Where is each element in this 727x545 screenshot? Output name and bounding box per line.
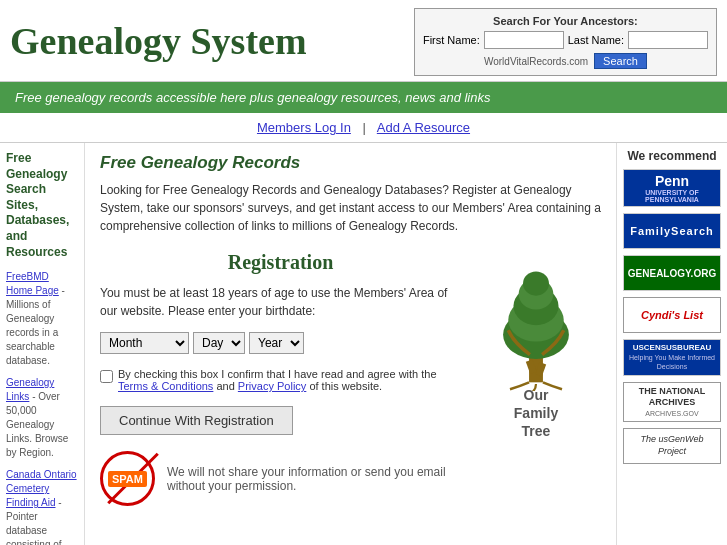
- terms-checkbox[interactable]: [100, 370, 113, 383]
- privacy-link[interactable]: Privacy Policy: [238, 380, 306, 392]
- rec-census-sub: Helping You Make Informed Decisions: [627, 353, 717, 371]
- green-banner-text: Free genealogy records accessible here p…: [15, 90, 491, 105]
- worldvital-link[interactable]: WorldVitalRecords.com: [484, 56, 588, 67]
- rec-cyndi[interactable]: Cyndi's List: [623, 297, 721, 333]
- site-title: Genealogy System: [10, 21, 307, 63]
- tree-image: [476, 261, 596, 391]
- year-select[interactable]: Year: [249, 332, 304, 354]
- freebmd-desc: - Millions of Genealogy records in a sea…: [6, 285, 65, 366]
- sidebar: Free Genealogy Search Sites, Databases, …: [0, 143, 85, 545]
- first-name-label: First Name:: [423, 34, 480, 46]
- cemetery-link[interactable]: Canada Ontario Cemetery Finding Aid: [6, 469, 77, 508]
- header: Genealogy System Search For Your Ancesto…: [0, 0, 727, 82]
- search-submit-row: WorldVitalRecords.com Search: [423, 53, 708, 69]
- rec-fs-label: FamilySearch: [630, 225, 714, 237]
- content-title: Free Genealogy Records: [100, 153, 601, 173]
- sidebar-links: FreeBMD Home Page - Millions of Genealog…: [6, 270, 78, 545]
- spam-icon: SPAM: [100, 451, 155, 506]
- search-box: Search For Your Ancestors: First Name: L…: [414, 8, 717, 76]
- last-name-label: Last Name:: [568, 34, 624, 46]
- tree-label: Our Family Tree: [514, 386, 558, 441]
- freebmd-link[interactable]: FreeBMD Home Page: [6, 271, 59, 296]
- birthdate-row: Month JanuaryFebruaryMarch AprilMayJune …: [100, 332, 461, 354]
- main: Free Genealogy Search Sites, Databases, …: [0, 143, 727, 545]
- sidebar-link-2: Genealogy Links - Over 50,000 Genealogy …: [6, 376, 78, 460]
- spam-label: SPAM: [108, 471, 147, 487]
- nav-separator: |: [363, 120, 366, 135]
- rec-census-name: USCENSUSBUREAU: [633, 343, 712, 353]
- rec-gen-label: GENEALOGY.ORG: [628, 268, 716, 279]
- checkbox-text: By checking this box I confirm that I ha…: [118, 368, 461, 392]
- rec-usgenweb[interactable]: The usGenWeb Project: [623, 428, 721, 464]
- rec-natarch-url: ARCHIVES.GOV: [645, 409, 698, 418]
- add-resource-link[interactable]: Add A Resource: [377, 120, 470, 135]
- rec-familysearch[interactable]: FamilySearch: [623, 213, 721, 249]
- content: Free Genealogy Records Looking for Free …: [85, 143, 617, 545]
- content-desc: Looking for Free Genealogy Records and G…: [100, 181, 601, 235]
- sidebar-link-3: Canada Ontario Cemetery Finding Aid - Po…: [6, 468, 78, 545]
- tree-area: Our Family Tree: [471, 251, 601, 506]
- svg-point-7: [523, 271, 549, 295]
- search-box-title: Search For Your Ancestors:: [423, 15, 708, 27]
- rec-usgenweb-label: The usGenWeb Project: [627, 434, 717, 457]
- right-sidebar: We recommend Penn UNIVERSITY OF PENNSYLV…: [617, 143, 727, 545]
- search-fields: First Name: Last Name:: [423, 31, 708, 49]
- nav-links: Members Log In | Add A Resource: [0, 113, 727, 143]
- members-login-link[interactable]: Members Log In: [257, 120, 351, 135]
- rec-natarch-title: THE NATIONAL ARCHIVES: [627, 386, 717, 409]
- rec-penn[interactable]: Penn UNIVERSITY OF PENNSYLVANIA: [623, 169, 721, 207]
- rec-natarch[interactable]: THE NATIONAL ARCHIVES ARCHIVES.GOV: [623, 382, 721, 422]
- search-button[interactable]: Search: [594, 53, 647, 69]
- first-name-input[interactable]: [484, 31, 564, 49]
- rec-penn-name: Penn: [655, 173, 689, 189]
- rec-penn-sub: UNIVERSITY OF PENNSYLVANIA: [627, 189, 717, 203]
- registration-section: Registration You must be at least 18 yea…: [100, 251, 601, 506]
- rec-census[interactable]: USCENSUSBUREAU Helping You Make Informed…: [623, 339, 721, 376]
- sidebar-link-1: FreeBMD Home Page - Millions of Genealog…: [6, 270, 78, 368]
- terms-link[interactable]: Terms & Conditions: [118, 380, 213, 392]
- right-sidebar-title: We recommend: [623, 149, 721, 163]
- reg-title: Registration: [100, 251, 461, 274]
- month-select[interactable]: Month JanuaryFebruaryMarch AprilMayJune …: [100, 332, 189, 354]
- spam-text: We will not share your information or se…: [167, 465, 461, 493]
- spam-section: SPAM We will not share your information …: [100, 451, 461, 506]
- rec-cyndi-label: Cyndi's List: [641, 309, 703, 321]
- rec-genealogy[interactable]: GENEALOGY.ORG: [623, 255, 721, 291]
- last-name-input[interactable]: [628, 31, 708, 49]
- reg-form-area: Registration You must be at least 18 yea…: [100, 251, 461, 506]
- reg-desc: You must be at least 18 years of age to …: [100, 284, 461, 320]
- continue-button[interactable]: Continue With Registration: [100, 406, 293, 435]
- checkbox-area: By checking this box I confirm that I ha…: [100, 368, 461, 392]
- sidebar-header: Free Genealogy Search Sites, Databases, …: [6, 151, 78, 260]
- day-select[interactable]: Day 12345 678910 1112131415 1617181920 2…: [193, 332, 245, 354]
- green-banner: Free genealogy records accessible here p…: [0, 82, 727, 113]
